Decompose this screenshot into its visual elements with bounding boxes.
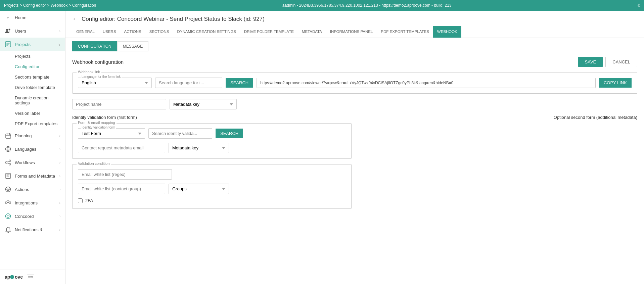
home-icon: ⌂ (5, 14, 11, 21)
copy-link-button[interactable]: COPY LINK (599, 78, 632, 88)
exit-icon[interactable]: ⎋ (638, 3, 640, 8)
identity-form-select[interactable]: Test Form (78, 128, 145, 139)
sidebar-sub-drive[interactable]: Drive folder template (0, 82, 65, 93)
tab-drive[interactable]: DRIVE FOLDER TEMPLATE (240, 26, 298, 38)
email-whitelist-input[interactable] (78, 169, 172, 180)
sidebar-sub-config-editor[interactable]: Config editor (0, 61, 65, 72)
tab-sections[interactable]: SECTIONS (145, 26, 173, 38)
webhook-url-input[interactable] (257, 78, 596, 88)
sidebar-sub-sections[interactable]: Sections template (0, 72, 65, 82)
svg-point-22 (8, 189, 9, 190)
identity-title: Identity validation form (first form) (72, 115, 352, 120)
webhook-link-row: Language for the form link English SEARC… (78, 78, 632, 88)
svg-point-28 (6, 214, 11, 219)
save-button[interactable]: SAVE (578, 57, 603, 67)
sidebar-item-home[interactable]: ⌂ Home (0, 11, 65, 24)
aproove-logo: ap ove wm (0, 270, 65, 284)
cancel-button[interactable]: CANCEL (605, 57, 637, 67)
search-language-input[interactable] (155, 78, 222, 88)
optional-col: Optional second form (additional metadat… (358, 115, 638, 214)
identity-col: Identity validation form (first form) Fo… (72, 115, 352, 214)
svg-point-12 (9, 160, 11, 161)
sidebar-item-concoord[interactable]: Concoord › (0, 209, 65, 223)
form-email-legend: Form & email mapping (77, 121, 117, 125)
svg-rect-17 (7, 175, 10, 175)
chevron-planning-icon: › (59, 134, 60, 138)
sub-tab-configuration[interactable]: CONFIGURATION (72, 41, 117, 51)
sub-tabs: CONFIGURATION MESSAGE (65, 38, 644, 51)
form-email-box: Form & email mapping Identity validation… (72, 123, 352, 159)
language-label: Language for the form link (81, 75, 122, 79)
back-button[interactable]: ← (72, 15, 78, 22)
sidebar-item-projects[interactable]: Projects ∨ (0, 38, 65, 51)
projects-icon (5, 41, 11, 48)
identity-optional-section: Identity validation form (first form) Fo… (72, 115, 637, 214)
svg-rect-8 (9, 133, 10, 135)
notifications-icon (5, 226, 11, 233)
email-whitelist-row (78, 169, 346, 180)
sidebar-sub-dynamic[interactable]: Dynamic creation settings (0, 93, 65, 108)
sidebar-sub-projects[interactable]: Projects (0, 51, 65, 61)
svg-text:ap: ap (5, 274, 10, 280)
tab-actions[interactable]: ACTIONS (120, 26, 145, 38)
sidebar-label-actions: Actions (15, 187, 29, 192)
sidebar-label-planning: Planning (15, 133, 32, 138)
sidebar-label-notifications: Notifications & (15, 227, 43, 232)
contact-email-input[interactable] (78, 143, 165, 153)
sidebar-item-notifications[interactable]: Notifications & › (0, 223, 65, 236)
page-title-row: Webhook configuration SAVE CANCEL (72, 57, 637, 67)
chevron-forms-icon: › (59, 174, 60, 178)
planning-icon (5, 132, 11, 139)
search-language-button[interactable]: SEARCH (226, 78, 253, 88)
page-body: Webhook configuration SAVE CANCEL Webhoo… (65, 51, 644, 220)
forms-icon (5, 173, 11, 179)
email-contact-row: Groups (78, 184, 346, 194)
language-select[interactable]: English (78, 78, 152, 88)
svg-point-29 (7, 215, 9, 218)
twofa-checkbox[interactable] (78, 198, 83, 203)
sidebar-item-workflows[interactable]: Workflows › (0, 156, 65, 169)
chevron-projects-icon: ∨ (58, 43, 60, 46)
project-name-input[interactable] (72, 99, 166, 109)
chevron-languages-icon: › (59, 147, 60, 151)
tab-webhook[interactable]: WEBHOOK (433, 26, 461, 38)
tab-dynamic[interactable]: DYNAMIC CREATION SETTINGS (173, 26, 240, 38)
contact-email-row: Metadata key (78, 143, 346, 153)
twofa-row: 2FA (78, 198, 346, 203)
chevron-actions-icon: › (59, 188, 60, 191)
sidebar-item-forms[interactable]: Forms and Metadata › (0, 169, 65, 183)
sidebar-item-languages[interactable]: Languages › (0, 142, 65, 156)
groups-select[interactable]: Groups (169, 184, 229, 194)
tab-general[interactable]: GENERAL (72, 26, 99, 38)
tab-users[interactable]: USERS (99, 26, 120, 38)
metadata-key2-select[interactable]: Metadata key (169, 143, 229, 153)
tab-pdf[interactable]: PDF EXPORT TEMPLATES (377, 26, 433, 38)
sidebar-item-users[interactable]: Users › (0, 24, 65, 38)
tab-metadata[interactable]: METADATA (298, 26, 326, 38)
webhook-link-box: Webhook link Language for the form link … (72, 73, 637, 94)
sidebar-label-integrations: Integrations (15, 200, 38, 205)
sidebar-label-projects: Projects (15, 42, 31, 47)
sidebar-sub-version[interactable]: Version label (0, 108, 65, 119)
sidebar-item-actions[interactable]: Actions › (0, 183, 65, 196)
twofa-label: 2FA (85, 198, 93, 203)
language-select-wrapper: Language for the form link English (78, 78, 152, 88)
sub-tab-message[interactable]: MESSAGE (117, 41, 148, 51)
workflows-icon (5, 159, 11, 166)
metadata-key-select[interactable]: Metadata key (170, 99, 237, 109)
sidebar-item-planning[interactable]: Planning › (0, 129, 65, 142)
search-identity-input[interactable] (148, 128, 212, 139)
sidebar-sub-pdf-export[interactable]: PDF Export templates (0, 119, 65, 129)
sidebar-item-integrations[interactable]: Integrations › (0, 196, 65, 209)
svg-point-13 (9, 163, 11, 165)
email-contact-input[interactable] (78, 184, 165, 194)
svg-rect-19 (7, 177, 9, 177)
search-identity-button[interactable]: SEARCH (216, 129, 243, 138)
twofa-checkbox-row: 2FA (78, 198, 93, 203)
svg-text:ove: ove (15, 274, 23, 280)
validation-box: Validation condition Groups (72, 164, 352, 209)
page-title: Config editor: Concoord Webinar - Send P… (82, 16, 265, 22)
tabs-nav: GENERAL USERS ACTIONS SECTIONS DYNAMIC C… (65, 26, 644, 38)
svg-rect-6 (6, 134, 11, 138)
tab-info[interactable]: INFORMATIONS PANEL (326, 26, 377, 38)
